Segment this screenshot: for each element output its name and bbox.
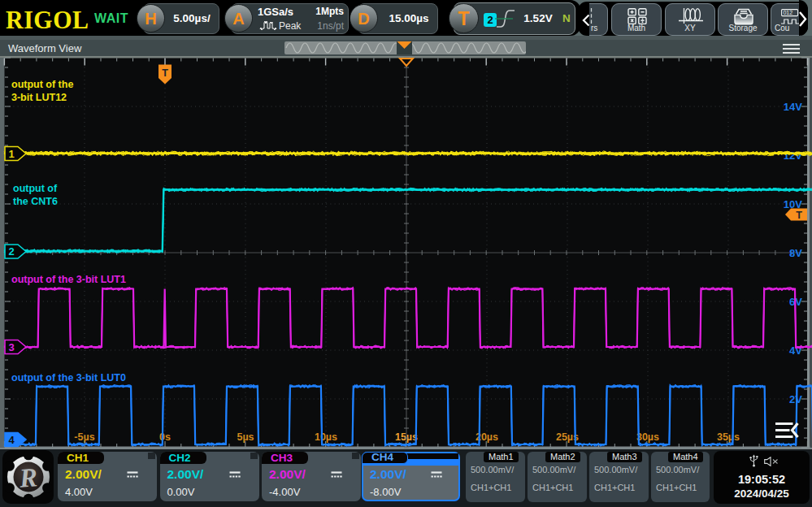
svg-text:2: 2: [8, 245, 14, 258]
svg-text:T: T: [162, 67, 168, 79]
svg-text:3: 3: [8, 341, 14, 353]
svg-text:T: T: [796, 210, 802, 221]
svg-text:4: 4: [8, 434, 15, 446]
svg-text:8V: 8V: [789, 247, 802, 259]
svg-text:1: 1: [8, 148, 14, 160]
svg-text:14V: 14V: [784, 101, 802, 113]
